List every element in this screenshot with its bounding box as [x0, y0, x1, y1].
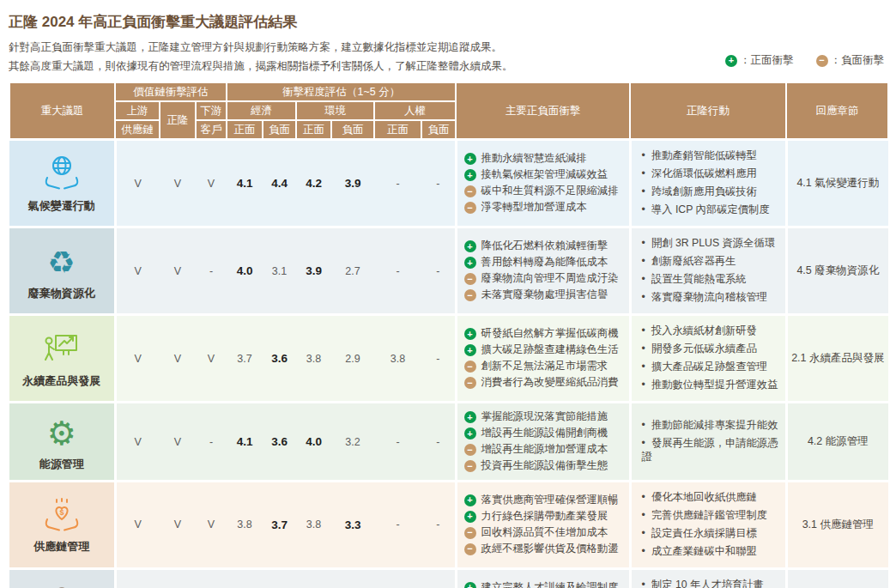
- score-human-rights-positive: -: [374, 403, 421, 482]
- impact-text: 創新不足無法滿足市場需求: [481, 360, 608, 373]
- bullet-icon: •: [642, 149, 645, 161]
- value-chain-downstream-mark: V: [196, 482, 227, 569]
- col-header-customer: 客戶: [196, 120, 227, 140]
- action-item: •推動節能減排專案提升能效: [642, 419, 784, 433]
- score-economy-positive: 3.6: [227, 568, 263, 588]
- impact-item: +掌握能源現況落實節能措施: [464, 410, 627, 424]
- topic-label: 供應鏈管理: [9, 539, 114, 555]
- impact-item: −增設再生能源增加營運成本: [464, 443, 627, 457]
- col-header-upstream: 上游: [115, 101, 160, 120]
- positive-impact-icon: +: [464, 240, 476, 252]
- score-human-rights-negative: 2.8: [421, 568, 456, 588]
- bullet-icon: •: [642, 437, 645, 449]
- chapter-ref: 4.5 廢棄物資源化: [786, 227, 888, 315]
- value-chain-upstream-mark: V: [115, 315, 160, 403]
- bullet-icon: •: [642, 167, 645, 179]
- action-text: 設置生質能熱電系統: [651, 273, 747, 285]
- impact-item: +接軌氣候框架管理減碳效益: [464, 168, 627, 182]
- impact-text: 善用餘料轉廢為能降低成本: [481, 256, 608, 270]
- chapter-ref: 4.1 氣候變遷行動: [786, 140, 888, 227]
- negative-impact-icon: −: [464, 543, 476, 555]
- bullet-icon: •: [642, 419, 645, 431]
- bullet-icon: •: [642, 273, 645, 285]
- bullet-icon: •: [642, 527, 645, 539]
- value-chain-company-mark: V: [160, 403, 196, 482]
- bullet-icon: •: [642, 491, 645, 503]
- col-header-topic: 重大議題: [9, 82, 115, 140]
- action-item: •推動數位轉型提升營運效益: [642, 379, 784, 392]
- action-item: •跨域創新應用負碳技術: [642, 185, 784, 199]
- negative-impact-icon: −: [464, 185, 476, 197]
- col-header-environment: 環境: [296, 101, 374, 120]
- chapter-ref: 4.2 能源管理: [786, 403, 888, 482]
- impact-text: 力行綠色採購帶動產業發展: [481, 510, 608, 524]
- impact-text: 廢棄物流向管理不周造成汙染: [481, 272, 619, 286]
- action-item: •導入 ICP 內部碳定價制度: [642, 203, 784, 217]
- score-environment-positive: 4.2: [296, 140, 331, 227]
- bullet-icon: •: [642, 579, 645, 588]
- chapter-ref: 5.2 人才培育與發展: [786, 568, 888, 588]
- action-text: 投入永續紙材創新研發: [651, 324, 757, 336]
- impact-item: +增設再生能源設備開創商機: [464, 427, 627, 440]
- score-economy-negative: 4.4: [263, 140, 296, 227]
- col-header-environment-negative: 負面: [331, 120, 374, 140]
- bullet-icon: •: [642, 237, 645, 249]
- impacts-cell: +落實供應商管理確保營運順暢+力行綠色採購帶動產業發展−回收料源品質不佳增加成本…: [456, 482, 630, 569]
- impact-item: +推動永續智慧造紙減排: [464, 152, 627, 166]
- action-text: 開創 3R PLUS 資源全循環: [651, 237, 775, 249]
- col-header-downstream: 下游: [196, 101, 227, 120]
- bullet-icon: •: [642, 509, 645, 521]
- score-economy-negative: 3.1: [263, 227, 296, 315]
- chapter-ref: 2.1 永續產品與發展: [786, 315, 888, 403]
- score-environment-positive: 3.9: [296, 227, 331, 315]
- value-chain-upstream-mark: V: [115, 140, 160, 227]
- impact-text: 降低化石燃料依賴減輕衝擊: [481, 239, 608, 253]
- impact-text: 增設再生能源設備開創商機: [481, 427, 608, 440]
- action-item: •投入永續紙材創新研發: [642, 324, 784, 338]
- col-header-economy: 經濟: [227, 101, 296, 120]
- bullet-icon: •: [642, 361, 645, 373]
- score-economy-negative: 3.6: [263, 403, 296, 482]
- impact-item: +研發紙自然解方掌握低碳商機: [464, 327, 627, 341]
- score-human-rights-negative: -: [421, 140, 456, 227]
- col-header-economy-positive: 正面: [227, 120, 263, 140]
- impact-text: 回收料源品質不佳增加成本: [481, 526, 608, 540]
- impact-item: −消費者行為改變壓縮紙品消費: [464, 376, 627, 390]
- positive-impact-icon: +: [464, 169, 476, 181]
- score-human-rights-positive: -: [374, 482, 421, 569]
- impact-text: 研發紙自然解方掌握低碳商機: [481, 327, 619, 341]
- value-chain-company-mark: V: [160, 482, 196, 569]
- impact-item: +落實供應商管理確保營運順暢: [464, 494, 627, 507]
- impact-text: 接軌氣候框架管理減碳效益: [481, 168, 608, 182]
- table-row: ⚙ 能源管理 V V - 4.1 3.6 4.0 3.2 - - +掌握能源現況…: [9, 403, 888, 482]
- score-environment-negative: 2.7: [331, 227, 374, 315]
- score-human-rights-positive: 3.8: [374, 315, 421, 403]
- score-human-rights-negative: -: [421, 227, 456, 315]
- action-item: •落實廢棄物流向稽核管理: [642, 291, 784, 305]
- action-item: •優化本地回收紙供應鏈: [642, 491, 784, 505]
- impact-item: −回收料源品質不佳增加成本: [464, 526, 627, 540]
- positive-impact-icon: +: [464, 328, 476, 340]
- impact-item: +建立完整人才訓練及輪調制度: [464, 581, 627, 588]
- value-chain-upstream-mark: V: [115, 227, 160, 315]
- bullet-icon: •: [642, 545, 645, 557]
- topic-label: 永續產品與發展: [9, 373, 114, 389]
- positive-impact-icon: +: [464, 153, 476, 165]
- table-row: 人才培育與發展 V V - 3.6 3.4 - - 3.4 2.8 +建立完整人…: [9, 568, 888, 588]
- score-human-rights-negative: -: [421, 403, 456, 482]
- report-page: 正隆 2024 年高正負面衝擊重大議題評估結果 針對高正負面衝擊重大議題，正隆建…: [0, 0, 896, 588]
- impact-item: −創新不足無法滿足市場需求: [464, 360, 627, 373]
- topic-cell: 氣候變遷行動: [9, 140, 115, 227]
- value-chain-downstream-mark: -: [196, 568, 227, 588]
- legend-positive: + ：正面衝擊: [725, 53, 794, 68]
- score-environment-negative: 2.9: [331, 315, 374, 403]
- score-economy-negative: 3.4: [263, 568, 296, 588]
- col-header-economy-negative: 負面: [263, 120, 296, 140]
- score-economy-positive: 4.0: [227, 227, 263, 315]
- score-human-rights-positive: 3.4: [374, 568, 421, 588]
- topic-cell: ⚙ 能源管理: [9, 403, 115, 482]
- action-item: •完善供應鏈評鑑管理制度: [642, 509, 784, 523]
- bullet-icon: •: [642, 379, 645, 391]
- negative-impact-icon: −: [464, 289, 476, 301]
- actions-cell: •投入永續紙材創新研發•開發多元低碳永續產品•擴大產品碳足跡盤查管理•推動數位轉…: [630, 315, 786, 403]
